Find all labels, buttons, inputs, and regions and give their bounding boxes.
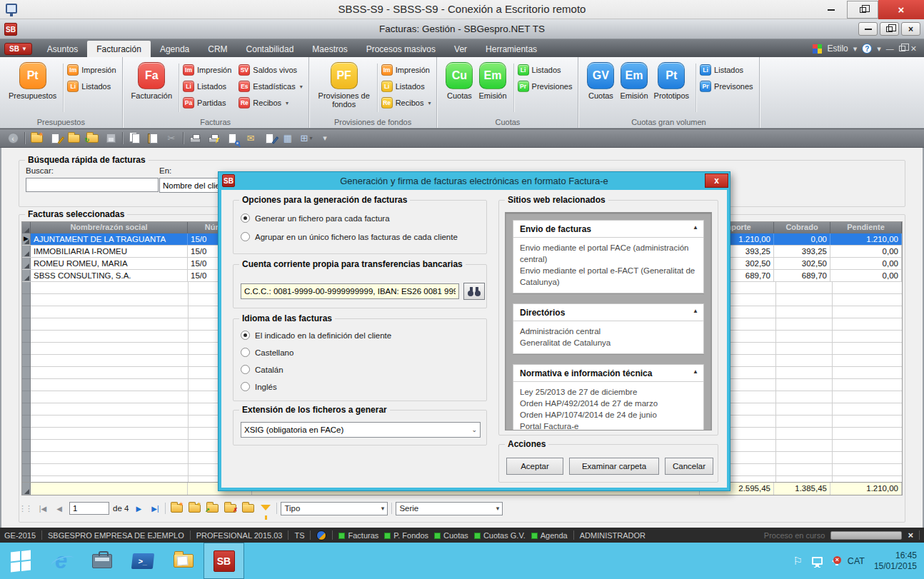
extension-select[interactable]: XSIG (obligatoria en FACe)⌄ xyxy=(241,422,481,438)
tab-ver[interactable]: Ver xyxy=(445,41,476,57)
mdi-close-button[interactable]: ✕ xyxy=(910,44,917,54)
dialog-close-button[interactable]: x xyxy=(705,173,728,188)
chevron-down-icon[interactable]: ▾ xyxy=(853,44,858,54)
presupuestos-impresion-button[interactable]: ImImpresión xyxy=(67,64,116,76)
link-ley[interactable]: Ley 25/2013 de 27 de diciembre xyxy=(520,386,697,398)
paste-button[interactable] xyxy=(146,132,160,145)
module-cuotas-gv[interactable]: Cuotas G.V. xyxy=(474,531,526,540)
presupuestos-listados-button[interactable]: LiListados xyxy=(67,80,116,93)
link-orden-hap-492[interactable]: Orden HAP/492/2014 de 27 de marzo xyxy=(520,398,697,409)
provisiones-listados-button[interactable]: LiListados xyxy=(381,80,431,93)
radio-castellano[interactable]: Castellano xyxy=(241,348,293,357)
last-record-button[interactable]: ▶| xyxy=(149,502,161,515)
taskbar-server-manager-button[interactable] xyxy=(81,543,122,579)
tab-asuntos[interactable]: Asuntos xyxy=(38,41,87,57)
tab-maestros[interactable]: Maestros xyxy=(303,41,356,57)
nav-new-button[interactable]: ✶ xyxy=(169,502,184,515)
nav-delete-button[interactable]: ✗ xyxy=(223,502,237,515)
examinar-carpeta-button[interactable]: Examinar carpeta xyxy=(569,458,659,475)
tab-herramientas[interactable]: Herramientas xyxy=(476,41,546,57)
link-orden-hap-1074[interactable]: Orden HAP/1074/2014 de 24 de junio xyxy=(520,409,697,421)
gv-emision-button[interactable]: Em Emisión xyxy=(617,61,651,101)
rdp-minimize-button[interactable] xyxy=(815,0,847,19)
estilo-button[interactable]: Estilo xyxy=(827,44,848,54)
module-facturas[interactable]: Facturas xyxy=(338,531,378,540)
cuenta-lookup-button[interactable] xyxy=(463,283,485,300)
mail-button[interactable]: ✉ xyxy=(243,132,258,145)
app-restore-button[interactable] xyxy=(880,22,899,36)
filter-button[interactable] xyxy=(258,502,273,515)
module-cuotas[interactable]: Cuotas xyxy=(434,531,468,540)
help-icon[interactable]: ? xyxy=(862,44,872,54)
link-generalitat[interactable]: Generalitat de Catalunya xyxy=(520,337,697,348)
select-all-cell[interactable] xyxy=(22,222,31,233)
start-button[interactable] xyxy=(0,543,41,579)
taskbar-powershell-button[interactable]: >_ xyxy=(122,543,163,579)
speaker-muted-icon[interactable] xyxy=(832,557,838,565)
nav-duplicate-button[interactable]: ✶ xyxy=(187,502,201,515)
link-face[interactable]: Envio mediante el portal FACe (administr… xyxy=(520,242,697,265)
tab-procesos-masivos[interactable]: Procesos masivos xyxy=(357,41,445,57)
estadisticas-button[interactable]: EsEstadísticas xyxy=(238,80,302,93)
cuotas-emision-button[interactable]: Em Emisión xyxy=(476,61,509,101)
find-button[interactable] xyxy=(262,132,276,145)
row-selector[interactable] xyxy=(22,270,31,281)
gv-cuotas-button[interactable]: GV Cuotas xyxy=(584,61,617,101)
tray-clock[interactable]: 16:45 15/01/2015 xyxy=(874,550,917,572)
record-number-input[interactable] xyxy=(69,502,109,515)
chevron-down-icon[interactable]: ▾ xyxy=(877,44,881,54)
tray-language[interactable]: CAT xyxy=(848,556,865,566)
print-button[interactable] xyxy=(188,132,202,145)
provisiones-impresion-button[interactable]: ImImpresión xyxy=(381,64,431,76)
back-button[interactable]: ‹ xyxy=(6,132,20,145)
taskbar-explorer-button[interactable] xyxy=(163,543,204,579)
link-admin-central[interactable]: Administración central xyxy=(520,326,697,337)
cancel-process-button[interactable]: × xyxy=(908,530,913,540)
facturas-listados-button[interactable]: LiListados xyxy=(183,80,231,93)
first-record-button[interactable]: |◀ xyxy=(36,502,49,515)
cuotas-previsiones-button[interactable]: PrPrevisiones xyxy=(518,80,573,93)
gv-listados-button[interactable]: LiListados xyxy=(700,64,753,76)
cuotas-listados-button[interactable]: LiListados xyxy=(518,64,573,76)
facturas-partidas-button[interactable]: PaPartidas xyxy=(183,96,231,109)
radio-fichero-por-factura[interactable]: Generar un fichero para cada factura xyxy=(241,213,390,223)
print-batch-button[interactable] xyxy=(206,132,221,145)
network-icon[interactable] xyxy=(812,557,823,565)
module-agenda[interactable]: Agenda xyxy=(531,531,568,540)
import-button[interactable]: ↻ xyxy=(85,132,99,145)
facturas-impresion-button[interactable]: ImImpresión xyxy=(183,64,231,76)
taskbar-sb-app-button[interactable]: SB xyxy=(204,543,244,579)
app-close-button[interactable]: × xyxy=(901,22,920,36)
link-portal-factura-e[interactable]: Portal Factura-e xyxy=(520,421,697,431)
radio-agrupar-fichero[interactable]: Agrupar en un único fichero las facturas… xyxy=(241,232,458,241)
col-cobrado[interactable]: Cobrado xyxy=(774,222,830,233)
row-selector[interactable]: ▶ xyxy=(22,233,31,245)
cancelar-button[interactable]: Cancelar xyxy=(665,458,713,475)
rdp-restore-button[interactable] xyxy=(847,1,878,19)
rdp-close-button[interactable]: × xyxy=(878,0,924,19)
drag-handle[interactable]: ⋮⋮ xyxy=(19,504,31,513)
next-record-button[interactable]: ▶ xyxy=(132,502,145,515)
cuotas-button[interactable]: Cu Cuotas xyxy=(443,61,476,101)
open-button[interactable] xyxy=(66,132,81,145)
radio-ingles[interactable]: Inglés xyxy=(241,382,277,391)
tab-crm[interactable]: CRM xyxy=(199,41,236,57)
app-minimize-button[interactable] xyxy=(858,22,878,36)
tab-facturacion[interactable]: Facturación xyxy=(87,41,151,57)
facturacion-button[interactable]: Fa Facturación xyxy=(129,61,175,101)
tab-agenda[interactable]: Agenda xyxy=(151,41,199,57)
toolbar-options-button[interactable]: ▾ xyxy=(318,132,332,145)
row-selector[interactable] xyxy=(22,258,31,269)
col-pendiente[interactable]: Pendiente xyxy=(830,222,902,233)
saldos-vivos-button[interactable]: SVSaldos vivos xyxy=(238,64,302,76)
provisiones-recibos-button[interactable]: ReRecibos xyxy=(381,96,431,109)
nav-plain-button[interactable] xyxy=(241,502,255,515)
tab-contabilidad[interactable]: Contabilidad xyxy=(237,41,303,57)
facturas-recibos-button[interactable]: ReRecibos xyxy=(238,96,302,109)
link-efact[interactable]: Envio mediante el portal e-FACT (General… xyxy=(520,265,697,288)
row-selector[interactable] xyxy=(22,246,31,257)
col-nombre[interactable]: Nombre/razón social xyxy=(31,222,188,233)
layout-button[interactable]: ⊞ xyxy=(299,132,313,145)
copy-button[interactable] xyxy=(127,132,141,145)
gv-previsones-button[interactable]: PrPrevisones xyxy=(700,80,753,93)
